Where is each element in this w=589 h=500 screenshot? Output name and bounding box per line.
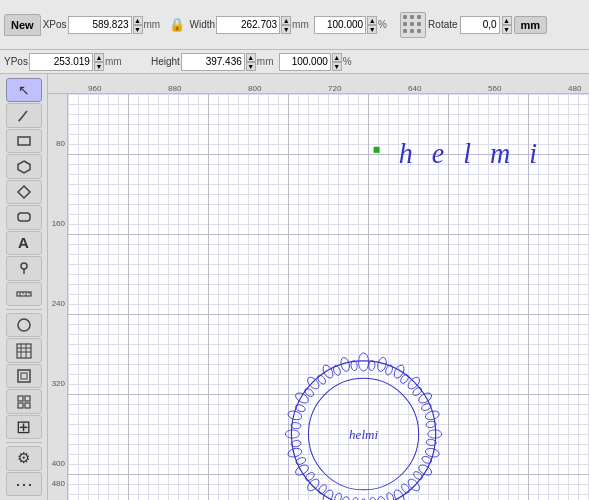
ruler-tick-320: 320 — [52, 379, 65, 388]
green-marker — [374, 147, 380, 153]
ruler-tick-80: 80 — [56, 139, 65, 148]
main-area: ↖ A — [0, 74, 589, 500]
toolbox: ↖ A — [0, 74, 48, 500]
ruler-tick-800: 800 — [248, 84, 261, 93]
svg-point-40 — [294, 463, 310, 477]
width-input[interactable] — [216, 16, 280, 34]
text-tool[interactable]: A — [6, 231, 42, 255]
rotate-input[interactable] — [460, 16, 500, 34]
height-down[interactable]: ▼ — [246, 62, 256, 71]
height-pct-spinner[interactable]: ▲ ▼ — [332, 53, 342, 71]
frame-tool[interactable] — [6, 364, 42, 388]
height-unit: mm — [257, 56, 277, 67]
app-grid-tool[interactable]: ⊞ — [6, 415, 42, 439]
svg-point-61 — [333, 492, 342, 500]
ruler-tick-160: 160 — [52, 219, 65, 228]
canvas-area[interactable]: 960 880 800 720 640 560 480 80 160 240 3… — [48, 74, 589, 500]
width-pct-spinner[interactable]: ▲ ▼ — [367, 16, 377, 34]
svg-rect-13 — [17, 344, 31, 358]
svg-line-0 — [19, 111, 27, 121]
svg-point-42 — [285, 430, 299, 438]
svg-point-12 — [18, 319, 30, 331]
xpos-spinner[interactable]: ▲ ▼ — [133, 16, 143, 34]
width-unit: mm — [292, 19, 312, 30]
rounded-rect-tool[interactable] — [6, 205, 42, 229]
new-tab[interactable]: New — [4, 14, 41, 36]
xpos-input[interactable] — [68, 16, 132, 34]
ruler-tick-240: 240 — [52, 299, 65, 308]
height-spinner[interactable]: ▲ ▼ — [246, 53, 256, 71]
svg-rect-4 — [18, 213, 30, 221]
ypos-input[interactable] — [29, 53, 93, 71]
rotate-down[interactable]: ▼ — [502, 25, 512, 34]
svg-point-35 — [376, 496, 387, 500]
grid-tool[interactable] — [6, 338, 42, 362]
svg-point-24 — [359, 353, 369, 371]
rectangle-tool[interactable] — [6, 129, 42, 153]
ruler-tool[interactable] — [6, 282, 42, 306]
height-input[interactable] — [181, 53, 245, 71]
ypos-spinner[interactable]: ▲ ▼ — [94, 53, 104, 71]
width-up[interactable]: ▲ — [281, 16, 291, 25]
ruler-left: 80 160 240 320 400 480 — [48, 94, 68, 500]
ypos-up[interactable]: ▲ — [94, 53, 104, 62]
width-spinner[interactable]: ▲ ▼ — [281, 16, 291, 34]
svg-point-50 — [399, 373, 410, 385]
toolbar-row1: New XPos ▲ ▼ mm 🔒 Width ▲ ▼ mm ▲ ▼ % — [0, 0, 589, 50]
xpos-down[interactable]: ▼ — [133, 25, 143, 34]
svg-point-58 — [385, 492, 394, 500]
ruler-tick-880: 880 — [168, 84, 181, 93]
circle-tool[interactable] — [6, 313, 42, 337]
height-up[interactable]: ▲ — [246, 53, 256, 62]
height-pct-unit: % — [343, 56, 363, 67]
toolbox-separator-2 — [6, 442, 42, 443]
ruler-tick-640: 640 — [408, 84, 421, 93]
mm-button[interactable]: mm — [514, 16, 548, 34]
drawing-canvas: h e l m i — [68, 94, 589, 500]
ruler-tick-960: 960 — [88, 84, 101, 93]
width-pct-unit: % — [378, 19, 398, 30]
more-tool[interactable]: ⋯ — [6, 472, 42, 496]
select-tool[interactable]: ↖ — [6, 78, 42, 102]
rotate-spinner[interactable]: ▲ ▼ — [502, 16, 512, 34]
ruler-tick-480: 480 — [568, 84, 581, 93]
rotate-up[interactable]: ▲ — [502, 16, 512, 25]
width-pct-up[interactable]: ▲ — [367, 16, 377, 25]
pencil-tool[interactable] — [6, 103, 42, 127]
svg-point-68 — [303, 387, 315, 398]
xpos-unit: mm — [144, 19, 164, 30]
xpos-up[interactable]: ▲ — [133, 16, 143, 25]
svg-point-5 — [21, 263, 27, 269]
svg-point-46 — [321, 363, 335, 379]
height-pct-field: ▲ ▼ % — [279, 53, 363, 71]
ypos-unit: mm — [105, 56, 125, 67]
ruler-tick-560: 560 — [488, 84, 501, 93]
width-down[interactable]: ▼ — [281, 25, 291, 34]
svg-rect-19 — [21, 373, 27, 379]
svg-point-32 — [417, 463, 433, 477]
dot-grid-button[interactable] — [400, 12, 426, 38]
svg-marker-3 — [18, 186, 30, 198]
ruler-tick-480: 480 — [52, 479, 65, 488]
svg-point-62 — [317, 483, 328, 495]
height-pct-input[interactable] — [279, 53, 331, 71]
lock-icon[interactable]: 🔒 — [166, 17, 188, 32]
width-field: Width ▲ ▼ mm — [190, 16, 313, 34]
ypos-field: YPos ▲ ▼ mm — [4, 53, 125, 71]
settings-tool[interactable]: ⚙ — [6, 446, 42, 470]
diamond-tool[interactable] — [6, 180, 42, 204]
width-pct-input[interactable] — [314, 16, 366, 34]
svg-point-26 — [392, 363, 406, 379]
ypos-down[interactable]: ▼ — [94, 62, 104, 71]
height-pct-up[interactable]: ▲ — [332, 53, 342, 62]
svg-rect-22 — [18, 403, 23, 408]
svg-point-29 — [424, 410, 440, 422]
hexagon-tool[interactable] — [6, 154, 42, 178]
height-label: Height — [151, 56, 180, 67]
height-pct-down[interactable]: ▼ — [332, 62, 342, 71]
svg-point-47 — [339, 357, 350, 373]
width-pct-down[interactable]: ▼ — [367, 25, 377, 34]
pin-tool[interactable] — [6, 256, 42, 280]
svg-point-41 — [287, 447, 303, 459]
component-tool[interactable] — [6, 389, 42, 413]
